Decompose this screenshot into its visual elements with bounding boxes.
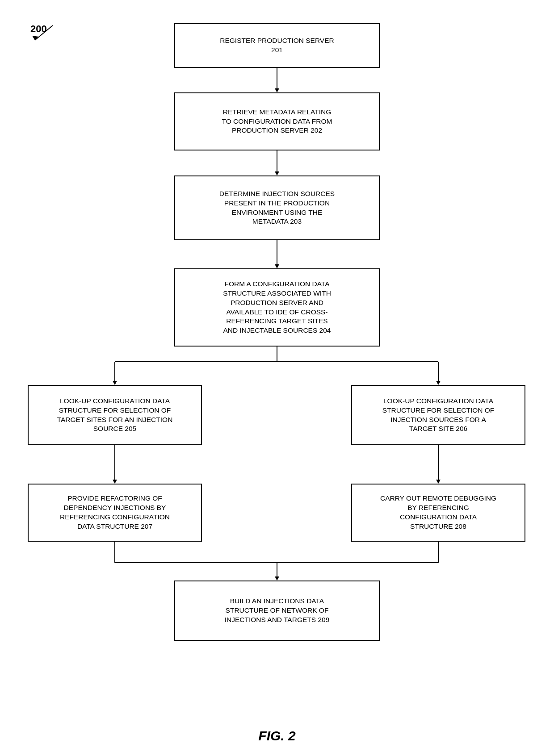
box-register-production-server: REGISTER PRODUCTION SERVER 201: [174, 23, 380, 68]
svg-marker-13: [436, 381, 441, 385]
figure-label: FIG. 2: [258, 728, 295, 743]
svg-marker-11: [113, 381, 117, 385]
box-provide-refactoring: PROVIDE REFACTORING OF DEPENDENCY INJECT…: [28, 484, 202, 542]
box-lookup-injection-sources: LOOK-UP CONFIGURATION DATA STRUCTURE FOR…: [351, 385, 525, 445]
box-form-configuration-data-structure: FORM A CONFIGURATION DATA STRUCTURE ASSO…: [174, 268, 380, 347]
svg-line-0: [35, 25, 53, 40]
label-arrow-icon: [26, 23, 71, 46]
svg-marker-5: [275, 171, 279, 175]
box-carry-out-remote-debugging: CARRY OUT REMOTE DEBUGGING BY REFERENCIN…: [351, 484, 525, 542]
svg-marker-17: [436, 480, 441, 484]
svg-marker-3: [275, 88, 279, 92]
diagram-container: 200: [0, 0, 554, 756]
svg-marker-23: [275, 576, 279, 581]
box-lookup-target-sites: LOOK-UP CONFIGURATION DATA STRUCTURE FOR…: [28, 385, 202, 445]
svg-marker-15: [113, 480, 117, 484]
svg-marker-7: [275, 264, 279, 268]
box-determine-injection-sources: DETERMINE INJECTION SOURCES PRESENT IN T…: [174, 175, 380, 240]
box-build-injections-data-structure: BUILD AN INJECTIONS DATA STRUCTURE OF NE…: [174, 581, 380, 641]
box-retrieve-metadata: RETRIEVE METADATA RELATING TO CONFIGURAT…: [174, 92, 380, 150]
